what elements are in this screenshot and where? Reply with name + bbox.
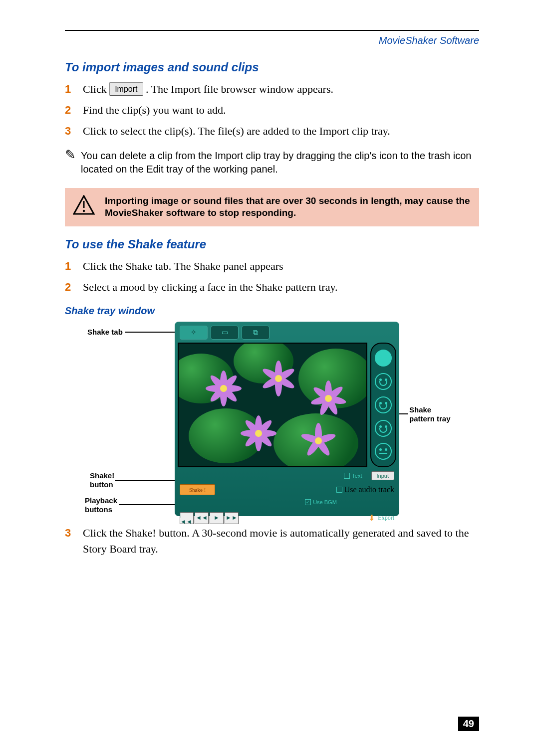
options-row: ✓Use BGM [178,498,396,506]
text-line: Shake [409,405,431,414]
step-text: Click Import . The Import file browser w… [83,81,479,97]
figure-shake-tray: Shake tab Shake pattern tray Shake! butt… [65,322,479,521]
export-label: Export [378,514,394,522]
checkbox-bgm[interactable]: ✓Use BGM [305,499,337,505]
pencil-note-icon: ✎ [65,148,76,175]
shake-pattern-tray[interactable] [370,343,396,467]
step-item: 1 Click the Shake tab. The Shake panel a… [65,258,479,274]
options-row: Text Input [178,470,396,481]
note-text: You can delete a clip from the Import cl… [81,149,479,176]
step-item: 2 Find the clip(s) you want to add. [65,102,479,118]
callout-lead [125,332,180,333]
figure-title: Shake tray window [65,305,479,317]
step-item: 3 Click to select the clip(s). The file(… [65,123,479,139]
playback-controls: |◄◄ ◄◄ ► ►► [180,512,239,524]
rewind-button[interactable]: ◄◄ [195,512,209,524]
fast-forward-button[interactable]: ►► [225,512,239,524]
callout-shake-tab: Shake tab [87,328,123,337]
svg-point-2 [83,209,85,211]
checkbox-audio[interactable]: Use audio track [336,485,394,494]
step-item: 3 Click the Shake! button. A 30-second m… [65,525,479,557]
warning-icon [73,195,95,219]
shake-button[interactable]: Shake ! [180,484,215,495]
shake-tab-icon[interactable]: ✧ [180,326,208,340]
callout-lead [119,504,184,505]
bottom-row: |◄◄ ◄◄ ► ►► ⬇ Export [178,509,396,524]
text-fragment: . The Import file browser window appears… [146,83,333,95]
export-button[interactable]: ⬇ Export [368,513,394,523]
steps-shake-a: 1 Click the Shake tab. The Shake panel a… [65,258,479,295]
edit-tab-icon[interactable]: ▭ [211,326,239,340]
section-heading-shake: To use the Shake feature [65,237,479,251]
checkbox-label: Use BGM [313,499,337,505]
step-text: Click the Shake tab. The Shake panel app… [83,258,479,274]
download-arrow-icon: ⬇ [368,513,375,523]
step-item: 2 Select a mood by clicking a face in th… [65,279,479,295]
warning-block: Importing image or sound files that are … [65,188,479,226]
step-number: 3 [65,123,83,139]
step-number: 1 [65,258,83,274]
checkbox-label: Use audio track [344,485,394,494]
mood-face-icon[interactable] [375,420,392,437]
mood-face-icon[interactable] [375,373,392,390]
play-button[interactable]: ► [210,512,224,524]
checkbox-text[interactable]: Text [344,473,362,479]
text-line: Playback [85,496,117,505]
mood-face-icon[interactable] [375,350,392,367]
capture-tab-icon[interactable]: ⧉ [242,326,270,340]
callout-playback: Playback buttons [85,496,117,514]
text-line: Shake! [90,471,114,480]
step-number: 1 [65,81,83,97]
text-line: pattern tray [409,414,451,423]
step-text: Find the clip(s) you want to add. [83,102,479,118]
top-rule [65,30,479,31]
callout-pattern-tray: Shake pattern tray [409,405,451,423]
steps-import: 1 Click Import . The Import file browser… [65,81,479,139]
step-number: 3 [65,525,83,557]
warning-text: Importing image or sound files that are … [105,195,471,219]
preview-viewer [178,343,367,467]
import-button[interactable]: Import [109,82,143,96]
steps-shake-b: 3 Click the Shake! button. A 30-second m… [65,525,479,557]
document-page: MovieShaker Software To import images an… [0,0,539,756]
shake-row: Shake ! Use audio track [178,484,396,495]
callout-shake-button: Shake! button [90,471,114,489]
text-fragment: Click [83,83,109,95]
skip-start-button[interactable]: |◄◄ [180,512,194,524]
step-text: Click the Shake! button. A 30-second mov… [83,525,479,557]
section-heading-import: To import images and sound clips [65,60,479,74]
step-item: 1 Click Import . The Import file browser… [65,81,479,97]
mood-face-icon[interactable] [375,396,392,413]
movieshaker-window: ✧ ▭ ⧉ [175,322,399,516]
step-number: 2 [65,279,83,295]
page-number: 49 [458,717,479,731]
tab-bar: ✧ ▭ ⧉ [178,325,396,341]
step-number: 2 [65,102,83,118]
running-header: MovieShaker Software [65,35,479,46]
input-button[interactable]: Input [371,471,394,480]
checkbox-label: Text [352,473,362,479]
text-line: buttons [85,505,112,514]
step-text: Click to select the clip(s). The file(s)… [83,123,479,139]
step-text: Select a mood by clicking a face in the … [83,279,479,295]
note-block: ✎ You can delete a clip from the Import … [65,149,479,176]
text-line: button [90,480,113,489]
mood-face-icon[interactable] [375,443,392,460]
